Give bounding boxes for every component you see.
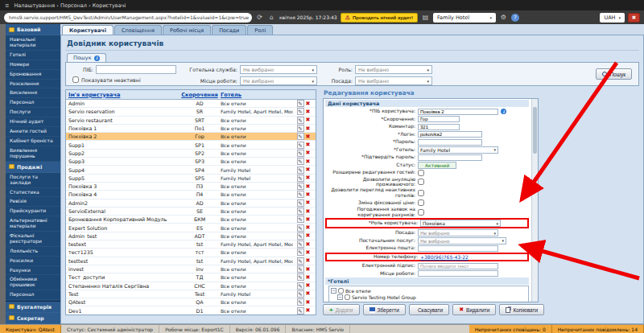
table-row[interactable]: Servio restaurant SRT Все отели ✎ ✖	[66, 117, 316, 125]
hotel-selector[interactable]: Family Hotel ▾	[433, 13, 496, 23]
edit-row-icon[interactable]: ✎	[297, 175, 304, 182]
edit-row-icon[interactable]: ✎	[297, 257, 304, 265]
delete-row-icon[interactable]: ✖	[306, 266, 311, 273]
table-row[interactable]: Покоївка 4 П4 Все отели ✎ ✖	[66, 191, 316, 199]
option-checkbox[interactable]	[418, 199, 424, 206]
sidebar-item-18[interactable]: Альтернативні матеріали	[6, 216, 60, 232]
sidebar-item-23[interactable]: Обмінники прошивок	[6, 275, 60, 290]
action-button[interactable]: + Додати	[323, 304, 360, 315]
delete-row-icon[interactable]: ✖	[306, 241, 311, 248]
pib-input[interactable]	[96, 65, 176, 74]
delete-row-icon[interactable]: ✖	[306, 224, 311, 231]
workplace-input[interactable]	[418, 270, 498, 277]
login-input[interactable]	[418, 131, 482, 138]
tab-2[interactable]: Робочі місця	[163, 25, 211, 35]
statusbar-messages[interactable]: Непрочитаних повідомлень: 14	[552, 325, 644, 333]
delete-row-icon[interactable]: ✖	[306, 117, 311, 123]
delete-row-icon[interactable]: ✖	[306, 109, 311, 115]
edit-row-icon[interactable]: ✎	[297, 133, 304, 140]
table-row[interactable]: Admin AD Все отели ✎ ✖	[66, 100, 316, 108]
sidebar-item-12[interactable]: Виявлення порушень	[6, 146, 60, 162]
table-row[interactable]: Тест_доступи ТД Все отели ✎ ✖	[66, 273, 316, 282]
table-row[interactable]: Supp3 SP3 Все отели ✎ ✖	[66, 158, 316, 166]
delete-row-icon[interactable]: ✖	[306, 158, 311, 165]
sidebar-item-0[interactable]: Базовий	[6, 24, 60, 35]
tree-item[interactable]: − Servio Testing Hotel Group	[331, 294, 526, 301]
delete-row-icon[interactable]: ✖	[306, 199, 311, 206]
statusbar-notifications[interactable]: Непрочитаних сповіщень: 0	[469, 325, 552, 333]
table-row[interactable]: Степаненко Наталія Сергіївна СНС Все оте…	[66, 282, 316, 290]
sidebar-item-6[interactable]: Виселення	[6, 88, 60, 98]
edit-row-icon[interactable]: ✎	[297, 100, 304, 107]
edit-panel-scrollbar[interactable]	[531, 99, 538, 302]
action-button[interactable]: Скасувати	[409, 304, 449, 315]
workplace-select[interactable]: Не вибрано ▾	[240, 76, 317, 85]
position-select[interactable]: Не вибрано ▾	[355, 76, 432, 85]
sidebar-item-13[interactable]: Продажі	[6, 162, 60, 173]
action-button[interactable]: Зберегти	[363, 304, 406, 315]
edit-row-icon[interactable]: ✎	[297, 265, 304, 273]
phone-link[interactable]: +380(96)765-43-22	[420, 254, 469, 260]
edit-row-icon[interactable]: ✎	[297, 216, 304, 223]
edit-row-icon[interactable]: ✎	[297, 125, 304, 132]
sidebar-item-1[interactable]: Навчальні матеріали	[6, 35, 60, 51]
table-row[interactable]: Test Test Family Hotel ✎ ✖	[66, 290, 316, 298]
table-row[interactable]: testtest tst Family Hotel, Apart Hotel, …	[66, 257, 316, 265]
sidebar-item-14[interactable]: Послуги та заклади	[6, 173, 60, 188]
sidebar-bottom-item-0[interactable]: Бухгалтерія	[6, 302, 60, 313]
hotel-service-select[interactable]: Не вибрано ▾	[240, 65, 317, 74]
action-button[interactable]: Копіювати	[499, 304, 544, 315]
edit-row-icon[interactable]: ✎	[297, 117, 304, 124]
delete-row-icon[interactable]: ✖	[306, 249, 311, 256]
sidebar-item-4[interactable]: Бронювання	[6, 70, 60, 80]
tab-1[interactable]: Сповіщення	[114, 25, 162, 35]
table-row[interactable]: Servio reservation SR Family Hotel, Apar…	[66, 108, 316, 116]
delete-row-icon[interactable]: ✖	[306, 125, 311, 132]
sidebar-bottom-item-1[interactable]: Секретар	[6, 313, 60, 324]
option-checkbox[interactable]	[418, 170, 424, 176]
url-bar[interactable]: hms9.servio.support/HMS_DevTest/Admin/Us…	[4, 13, 252, 23]
edit-row-icon[interactable]: ✎	[297, 282, 304, 290]
edit-row-icon[interactable]: ✎	[297, 249, 304, 256]
table-row[interactable]: Supp5 SP5 Family Hotel ✎ ✖	[66, 175, 316, 183]
edit-row-icon[interactable]: ✎	[297, 224, 304, 232]
email-input[interactable]	[418, 245, 498, 252]
action-button[interactable]: ✖ Видалити	[452, 304, 496, 315]
table-row[interactable]: тест1235 тст Все отели ✎ ✖	[66, 249, 316, 257]
sidebar-item-9[interactable]: Нічний аудит	[6, 117, 60, 127]
delete-row-icon[interactable]: ✖	[306, 101, 311, 107]
sidebar-item-21[interactable]: Розсилки	[6, 257, 60, 266]
table-row[interactable]: Admin_test ADT Все отели ✎ ✖	[66, 232, 316, 240]
edit-row-icon[interactable]: ✎	[297, 191, 304, 198]
gear-icon[interactable]: ⚙	[499, 14, 508, 21]
hotel-checkbox[interactable]	[345, 294, 350, 300]
user-role-select[interactable]: Покоївка ▾	[420, 220, 501, 227]
edit-row-icon[interactable]: ✎	[297, 183, 304, 190]
sidebar-item-17[interactable]: Прейскуранти	[6, 207, 60, 216]
delete-row-icon[interactable]: ✖	[306, 282, 311, 289]
sidebar-item-24[interactable]: Персонал	[6, 290, 60, 300]
table-row[interactable]: Supp1 SP1 Все отели ✎ ✖	[66, 141, 316, 149]
delete-row-icon[interactable]: ✖	[306, 257, 311, 264]
role-select[interactable]: Не вибрано ▾	[355, 65, 432, 74]
sidebar-item-19[interactable]: Фіскальні реєстратори	[6, 232, 60, 247]
table-row[interactable]: Supp2 SP2 Все отели ✎ ✖	[66, 150, 316, 158]
menu-icon[interactable]: ≡	[5, 2, 9, 9]
edit-row-icon[interactable]: ✎	[297, 273, 304, 281]
sidebar-item-11[interactable]: Кабінет броніста	[6, 137, 60, 146]
table-row[interactable]: Expert Solution ES Все отели ✎ ✖	[66, 224, 316, 232]
column-header-hotel[interactable]: Готель	[221, 92, 293, 98]
show-inactive-checkbox[interactable]	[72, 76, 79, 83]
password-input[interactable]	[418, 139, 482, 146]
hotel-select[interactable]: Family Hotel ▾	[418, 146, 498, 154]
help-icon[interactable]: ?	[511, 14, 519, 22]
table-row[interactable]: Покоївка 1 По1 Все отели ✎ ✖	[66, 125, 316, 133]
option-checkbox[interactable]	[418, 190, 424, 196]
delete-row-icon[interactable]: ✖	[306, 183, 311, 190]
table-row[interactable]: Supp4 SP4 Family Hotel ✎ ✖	[66, 166, 316, 174]
edit-row-icon[interactable]: ✎	[297, 108, 304, 115]
hotel-checkbox[interactable]	[351, 302, 357, 302]
confirm-password-input[interactable]	[418, 154, 482, 161]
sidebar-item-15[interactable]: Статистика	[6, 188, 60, 198]
sidebar-item-2[interactable]: Готелі	[6, 51, 60, 60]
